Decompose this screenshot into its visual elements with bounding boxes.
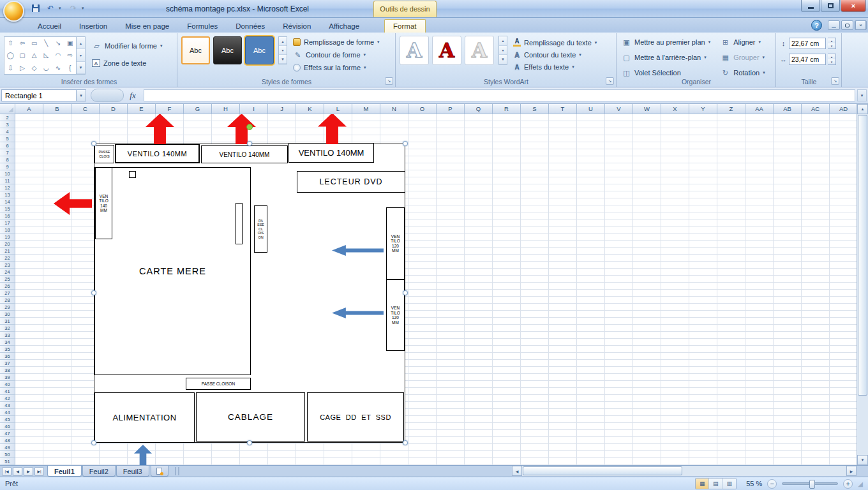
wordart-style-2[interactable]: A — [432, 36, 461, 65]
row-header-33[interactable]: 33 — [0, 332, 15, 339]
cablage-shape[interactable]: CABLAGE — [196, 392, 305, 442]
styles-scroll-down-icon[interactable]: ▾ — [279, 46, 287, 55]
ribbon-tab-insertion[interactable]: Insertion — [71, 20, 116, 33]
row-header-36[interactable]: 36 — [0, 353, 15, 360]
row-header-26[interactable]: 26 — [0, 283, 15, 290]
size-dialog-launcher[interactable]: ↘ — [831, 77, 839, 85]
zoom-out-button[interactable]: − — [767, 479, 777, 489]
column-header-o[interactable]: O — [408, 104, 437, 114]
column-header-f[interactable]: F — [156, 104, 184, 114]
row-header-7[interactable]: 7 — [0, 149, 15, 156]
column-header-e[interactable]: E — [128, 104, 156, 114]
ribbon-tab-affichage[interactable]: Affichage — [320, 20, 368, 33]
zoom-slider[interactable] — [782, 482, 838, 485]
carte-mere-shape[interactable]: CARTE MERE — [94, 167, 251, 375]
row-header-43[interactable]: 43 — [0, 402, 15, 409]
save-button[interactable] — [29, 3, 42, 14]
row-header-4[interactable]: 4 — [0, 128, 15, 135]
scroll-left-icon[interactable]: ◀ — [512, 466, 522, 476]
vertical-scrollbar-thumb[interactable] — [858, 115, 867, 396]
row-header-6[interactable]: 6 — [0, 142, 15, 149]
shape-style-swatch-2[interactable]: Abc — [213, 36, 242, 64]
ribbon-tab-r-vision[interactable]: Révision — [274, 20, 319, 33]
passe-cloison-bottom-shape[interactable]: PASSE CLOISON — [186, 378, 251, 390]
formula-bar-expand-icon[interactable]: ▾ — [857, 89, 867, 101]
sheet-tab-feuil1[interactable]: Feuil1 — [47, 466, 82, 477]
column-header-r[interactable]: R — [493, 104, 521, 114]
scroll-down-icon[interactable]: ▼ — [857, 455, 868, 465]
shape-gallery-icon[interactable]: ◯ — [4, 49, 17, 61]
row-header-2[interactable]: 2 — [0, 114, 15, 121]
gallery-scroll-down-icon[interactable]: ▾ — [77, 49, 85, 61]
page-layout-view-icon[interactable]: ▤ — [709, 479, 722, 489]
workbook-close-button[interactable]: × — [855, 20, 867, 30]
wordart-dialog-launcher[interactable]: ↘ — [606, 77, 614, 85]
shape-gallery-icon[interactable]: ◠ — [52, 49, 64, 61]
row-header-21[interactable]: 21 — [0, 248, 15, 255]
shape-style-swatch-1[interactable]: Abc — [181, 36, 210, 64]
row-header-3[interactable]: 3 — [0, 121, 15, 128]
horizontal-scrollbar-thumb[interactable] — [523, 466, 682, 475]
row-header-14[interactable]: 14 — [0, 198, 15, 205]
shape-gallery-icon[interactable]: ⇨ — [64, 49, 76, 61]
shape-gallery-icon[interactable]: ∿ — [52, 62, 64, 74]
row-header-24[interactable]: 24 — [0, 269, 15, 276]
styles-scroll-up-icon[interactable]: ▴ — [279, 37, 287, 46]
row-header-50[interactable]: 50 — [0, 451, 15, 458]
select-all-corner[interactable] — [0, 104, 15, 114]
wordart-scroll-down-icon[interactable]: ▾ — [499, 46, 507, 56]
zoom-in-button[interactable]: + — [843, 479, 853, 489]
bring-to-front-button[interactable]: ▣ Mettre au premier plan ▾ — [622, 38, 710, 47]
wordart-style-1[interactable]: A — [400, 36, 429, 65]
row-header-40[interactable]: 40 — [0, 381, 15, 388]
row-header-13[interactable]: 13 — [0, 191, 15, 198]
text-box-button[interactable]: A Zone de texte — [92, 59, 162, 67]
selection-handle-top-right[interactable] — [403, 141, 408, 146]
column-header-y[interactable]: Y — [689, 104, 717, 114]
sheet-nav-first-icon[interactable]: |◀ — [2, 467, 11, 476]
column-header-x[interactable]: X — [661, 104, 689, 114]
styles-more-icon[interactable]: ▼ — [279, 55, 287, 64]
selection-handle-bottom-left[interactable] — [91, 440, 96, 445]
shape-gallery-icon[interactable]: ↘ — [52, 37, 64, 49]
formula-input[interactable] — [144, 89, 855, 101]
passe-cloison-middle-shape[interactable]: PA SSE CL OIS ON — [254, 205, 267, 253]
ventilo-140-shape-1[interactable]: VENTILO 140MM — [115, 144, 200, 163]
redo-button[interactable]: ↷ — [67, 3, 80, 14]
scroll-right-icon[interactable]: ▶ — [846, 466, 857, 476]
row-header-51[interactable]: 51 — [0, 458, 15, 465]
row-header-37[interactable]: 37 — [0, 360, 15, 367]
shape-gallery-icon[interactable]: ◡ — [40, 62, 52, 74]
insert-function-button[interactable]: fx — [124, 89, 142, 102]
edit-shape-button[interactable]: ▱ Modifier la forme ▾ — [92, 41, 162, 50]
row-header-20[interactable]: 20 — [0, 241, 15, 248]
passe-cloison-top-shape[interactable]: PASSE CLOIS — [94, 145, 114, 163]
gallery-more-icon[interactable]: ▼ — [77, 62, 85, 74]
column-header-c[interactable]: C — [71, 104, 100, 114]
column-header-p[interactable]: P — [437, 104, 465, 114]
row-header-45[interactable]: 45 — [0, 416, 15, 423]
name-box[interactable] — [1, 89, 77, 101]
shape-gallery-icon[interactable]: △ — [28, 49, 40, 61]
lecteur-dvd-shape[interactable]: LECTEUR DVD — [297, 171, 405, 193]
shape-gallery-icon[interactable]: ▢ — [17, 49, 29, 61]
spin-down-icon[interactable]: ▾ — [828, 59, 835, 64]
row-header-16[interactable]: 16 — [0, 212, 15, 219]
column-header-q[interactable]: Q — [465, 104, 493, 114]
page-break-view-icon[interactable]: ▥ — [722, 479, 736, 489]
row-header-41[interactable]: 41 — [0, 388, 15, 395]
wordart-scroll-up-icon[interactable]: ▴ — [499, 36, 507, 46]
column-header-w[interactable]: W — [633, 104, 661, 114]
row-header-35[interactable]: 35 — [0, 346, 15, 353]
shape-gallery-icon[interactable]: { — [64, 62, 76, 74]
selection-pane-button[interactable]: ◫ Volet Sélection — [622, 68, 710, 77]
row-header-22[interactable]: 22 — [0, 255, 15, 262]
row-header-31[interactable]: 31 — [0, 318, 15, 325]
row-header-48[interactable]: 48 — [0, 437, 15, 444]
selection-handle-top-middle[interactable] — [247, 141, 252, 146]
row-header-46[interactable]: 46 — [0, 423, 15, 430]
name-box-dropdown[interactable]: ▾ — [77, 89, 86, 101]
align-button[interactable]: ⊞ Aligner ▾ — [721, 38, 765, 47]
help-button[interactable]: ? — [811, 20, 822, 31]
ventilo-140-shape-3[interactable]: VENTILO 140MM — [288, 143, 374, 163]
